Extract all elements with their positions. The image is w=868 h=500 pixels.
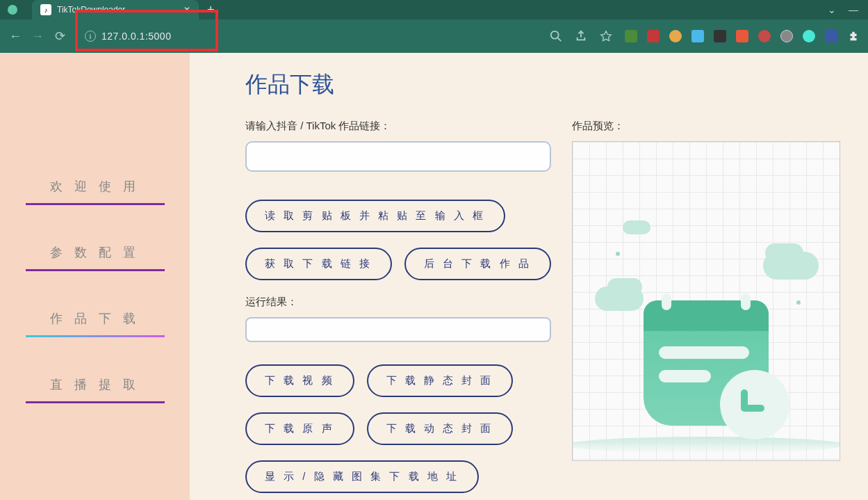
forward-button[interactable]: → [31, 29, 44, 44]
url-input-label: 请输入抖音 / TikTok 作品链接： [245, 120, 551, 133]
download-static-cover-button[interactable]: 下 载 静 态 封 面 [367, 364, 514, 397]
extension-icon[interactable] [669, 30, 682, 42]
close-tab-icon[interactable]: ✕ [183, 5, 190, 15]
tab-favicon-icon: ♪ [40, 4, 51, 15]
browser-toolbar: ← → ⟳ i 127.0.0.1:5000 [0, 19, 868, 53]
url-input[interactable] [245, 141, 551, 172]
site-info-icon[interactable]: i [85, 31, 96, 42]
calendar-icon [644, 300, 769, 426]
svg-line-2 [558, 38, 562, 42]
preview-label: 作品预览： [572, 120, 840, 133]
result-output[interactable] [245, 317, 551, 342]
download-audio-button[interactable]: 下 载 原 声 [245, 412, 354, 445]
extension-icon[interactable] [758, 30, 771, 42]
extension-icon[interactable] [780, 30, 793, 42]
result-label: 运行结果： [245, 296, 551, 309]
sidebar-item-welcome[interactable]: 欢 迎 使 用 [26, 178, 165, 205]
extension-icons [625, 30, 860, 42]
background-download-button[interactable]: 后 台 下 载 作 品 [404, 248, 551, 280]
paste-clipboard-button[interactable]: 读 取 剪 贴 板 并 粘 贴 至 输 入 框 [245, 200, 505, 232]
get-link-button[interactable]: 获 取 下 载 链 接 [245, 248, 392, 280]
extension-icon[interactable] [825, 30, 837, 42]
minimize-icon[interactable]: — [849, 4, 858, 15]
extension-icon[interactable] [714, 30, 726, 42]
sidebar-item-download[interactable]: 作 品 下 载 [26, 310, 165, 337]
preview-placeholder [572, 141, 840, 461]
svg-point-0 [8, 5, 17, 15]
url-text: 127.0.0.1:5000 [101, 31, 171, 42]
bookmark-icon[interactable] [600, 30, 612, 42]
tab-title: TikTokDownloader [57, 5, 125, 15]
sidebar-item-label: 直 播 提 取 [26, 376, 165, 401]
extension-icon[interactable] [647, 30, 660, 42]
svg-point-1 [551, 31, 559, 39]
back-button[interactable]: ← [8, 29, 22, 44]
extension-icon[interactable] [691, 30, 704, 42]
placeholder-illustration [588, 210, 824, 453]
extension-icon[interactable] [625, 30, 637, 42]
main-content: 作品下载 请输入抖音 / TikTok 作品链接： 读 取 剪 贴 板 并 粘 … [190, 53, 868, 500]
profile-icon [7, 4, 18, 15]
window-menu-icon[interactable]: ⌄ [828, 4, 836, 15]
sidebar-item-label: 参 数 配 置 [26, 244, 165, 269]
extension-icon[interactable] [736, 30, 748, 42]
sidebar: 欢 迎 使 用 参 数 配 置 作 品 下 载 直 播 提 取 [0, 53, 190, 500]
browser-tab[interactable]: ♪ TikTokDownloader ✕ [32, 0, 199, 19]
extension-icon[interactable] [803, 30, 815, 42]
sidebar-item-live[interactable]: 直 播 提 取 [26, 376, 165, 403]
sidebar-item-label: 作 品 下 载 [26, 310, 165, 335]
extensions-menu-icon[interactable] [847, 30, 860, 42]
sidebar-item-config[interactable]: 参 数 配 置 [26, 244, 165, 271]
share-icon[interactable] [575, 30, 587, 42]
sidebar-item-label: 欢 迎 使 用 [26, 178, 165, 203]
toggle-gallery-button[interactable]: 显 示 / 隐 藏 图 集 下 载 地 址 [245, 460, 479, 493]
search-icon[interactable] [550, 30, 562, 42]
address-bar[interactable]: i 127.0.0.1:5000 [75, 26, 181, 46]
reload-button[interactable]: ⟳ [53, 29, 67, 44]
window-controls: ⌄ — [828, 4, 868, 15]
page-title: 作品下载 [245, 70, 840, 100]
download-video-button[interactable]: 下 载 视 频 [245, 364, 354, 397]
new-tab-button[interactable]: + [207, 3, 215, 17]
clock-icon [720, 370, 789, 439]
download-dynamic-cover-button[interactable]: 下 载 动 态 封 面 [367, 412, 514, 445]
browser-tab-strip: ♪ TikTokDownloader ✕ + ⌄ — [0, 0, 868, 19]
